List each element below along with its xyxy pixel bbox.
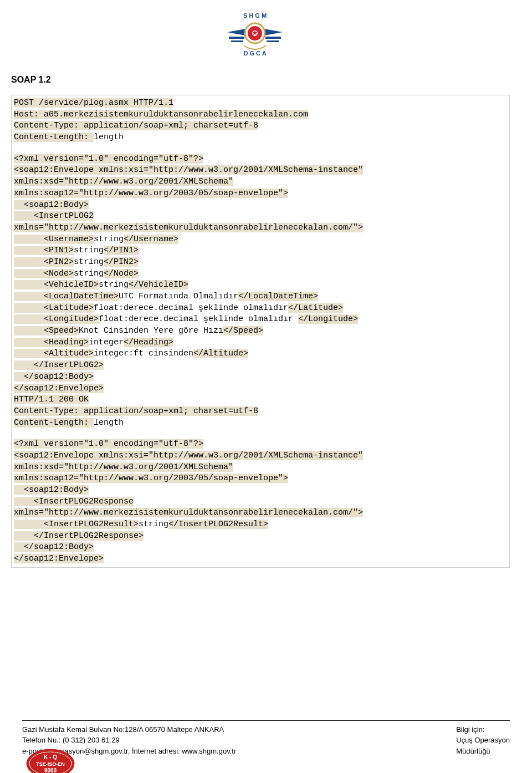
- code-placeholder: length: [94, 418, 124, 428]
- code-line: <soap12:Body>: [14, 485, 89, 495]
- code-line: xmlns="http://www.merkezisistemkuruldukt…: [14, 508, 363, 517]
- code-line: Content-Type: application/soap+xml; char…: [14, 406, 258, 416]
- code-line: xmlns="http://www.merkezisistemkuruldukt…: [14, 223, 363, 232]
- code-line: </Latitude>: [288, 303, 343, 313]
- code-line: <Speed>: [14, 326, 79, 335]
- code-line: </Heading>: [124, 338, 173, 347]
- svg-rect-2: [265, 37, 281, 39]
- code-placeholder: string: [139, 520, 168, 529]
- code-placeholder: string: [74, 269, 104, 278]
- code-block: POST /service/plog.asmx HTTP/1.1 Host: a…: [11, 95, 510, 568]
- code-placeholder: integer: [89, 338, 124, 347]
- code-line: </InsertPLOG2Result>: [168, 520, 268, 529]
- code-line: </PIN1>: [104, 246, 139, 255]
- code-line: </PIN2>: [104, 257, 139, 267]
- code-line: </soap12:Body>: [14, 372, 94, 382]
- code-line: </Node>: [104, 269, 139, 278]
- svg-text:S H G M: S H G M: [243, 12, 267, 19]
- code-line: Content-Length:: [14, 133, 94, 142]
- code-line: <?xml version="1.0" encoding="utf-8"?>: [14, 154, 203, 164]
- code-line: HTTP/1.1 200 OK: [14, 395, 89, 404]
- svg-rect-3: [231, 40, 243, 42]
- code-line: </InsertPLOG2>: [14, 360, 104, 370]
- code-placeholder: length: [94, 133, 124, 142]
- footer-info-line: Uçuş Operasyon: [456, 735, 510, 746]
- code-line: xmlns:soap12="http://www.w3.org/2003/05/…: [14, 189, 288, 198]
- code-line: <Altitude>: [14, 349, 94, 358]
- code-line: <InsertPLOG2Response: [14, 497, 134, 506]
- code-line: </Altitude>: [193, 349, 248, 358]
- cert-badge: K - Q TSE-ISO-EN 9000: [25, 748, 75, 773]
- code-placeholder: UTC Formatında Olmalıdır: [119, 292, 238, 301]
- code-line: <Longitude>: [14, 314, 99, 324]
- code-line: </Username>: [124, 235, 178, 244]
- code-line: <?xml version="1.0" encoding="utf-8"?>: [14, 439, 203, 449]
- code-line: </soap12:Envelope>: [14, 384, 104, 393]
- code-line: <soap12:Body>: [14, 200, 89, 210]
- code-line: Content-Type: application/soap+xml; char…: [14, 121, 258, 130]
- code-line: <Latitude>: [14, 303, 94, 313]
- code-line: <soap12:Envelope xmlns:xsi="http://www.w…: [14, 165, 363, 175]
- section-heading: SOAP 1.2: [11, 75, 510, 85]
- footer-address-line: Telefon Nu.: (0 312) 203 61 29: [22, 735, 236, 746]
- svg-text:TSE-ISO-EN: TSE-ISO-EN: [36, 761, 65, 767]
- code-line: <soap12:Envelope xmlns:xsi="http://www.w…: [14, 451, 363, 460]
- code-placeholder: string: [94, 235, 124, 244]
- svg-text:K - Q: K - Q: [44, 754, 57, 760]
- footer-info-line: Bilgi için:: [456, 724, 510, 735]
- code-line: <PIN1>: [14, 246, 74, 255]
- code-line: <Node>: [14, 269, 74, 278]
- code-line: Host: a05.merkezisistemkurulduktansonrab…: [14, 110, 308, 119]
- code-line: </VehicleID>: [129, 280, 188, 289]
- code-placeholder: string: [99, 280, 129, 289]
- code-line: </soap12:Envelope>: [14, 554, 104, 563]
- code-line: Content-Length:: [14, 418, 94, 428]
- header-logo: S H G M D G C A: [0, 11, 532, 64]
- code-line: </LocalDateTime>: [238, 292, 318, 301]
- code-line: </Speed>: [223, 326, 263, 335]
- code-line: <PIN2>: [14, 257, 74, 267]
- footer-info-line: Müdürlüğü: [456, 746, 510, 757]
- code-line: <LocalDateTime>: [14, 292, 119, 301]
- code-line: xmlns:xsd="http://www.w3.org/2001/XMLSch…: [14, 177, 233, 186]
- code-placeholder: Knot Cinsinden Yere göre Hızı: [79, 326, 223, 335]
- footer-address-line: Gazi Mustafa Kemal Bulvarı No:128/A 0657…: [22, 724, 236, 735]
- svg-rect-1: [229, 37, 244, 39]
- code-line: xmlns:xsd="http://www.w3.org/2001/XMLSch…: [14, 462, 233, 472]
- svg-text:9000: 9000: [44, 767, 57, 773]
- code-placeholder: string: [74, 246, 104, 255]
- code-line: <InsertPLOG2Result>: [14, 520, 139, 529]
- code-line: xmlns:soap12="http://www.w3.org/2003/05/…: [14, 474, 288, 483]
- svg-text:D G C A: D G C A: [243, 50, 266, 57]
- code-line: POST /service/plog.asmx HTTP/1.1: [14, 98, 173, 108]
- code-line: <VehicleID>: [14, 280, 99, 289]
- code-line: </Longitude>: [298, 314, 358, 324]
- code-line: </InsertPLOG2Response>: [14, 531, 144, 541]
- code-line: <Username>: [14, 235, 94, 244]
- svg-rect-4: [267, 40, 279, 42]
- code-placeholder: float:derece.decimal şeklinde olmalıdır: [94, 303, 288, 313]
- code-placeholder: string: [74, 257, 104, 267]
- code-placeholder: integer:ft cinsinden: [94, 349, 193, 358]
- code-placeholder: float:derece.decimal şeklinde olmalıdır: [99, 314, 298, 324]
- code-line: <InsertPLOG2: [14, 211, 94, 221]
- code-line: <Heading>: [14, 338, 89, 347]
- page-footer: Gazi Mustafa Kemal Bulvarı No:128/A 0657…: [22, 720, 510, 757]
- code-line: </soap12:Body>: [14, 542, 94, 552]
